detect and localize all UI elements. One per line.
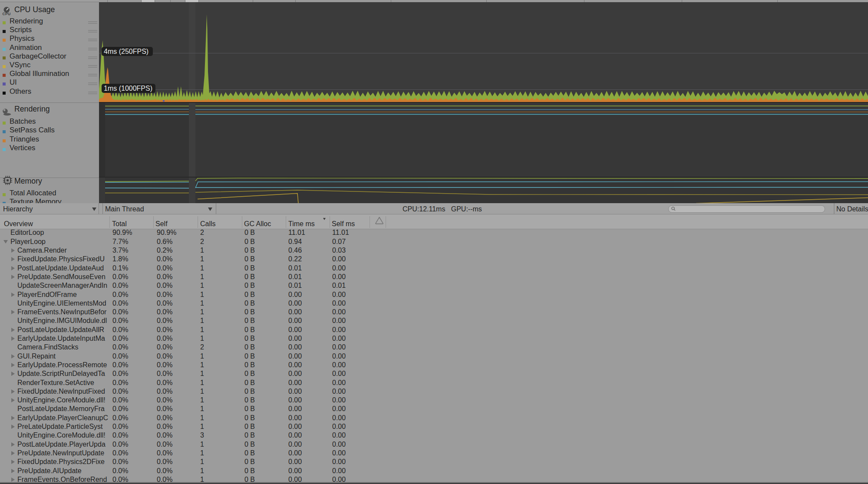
svg-text:CPU: CPU: [3, 12, 11, 16]
